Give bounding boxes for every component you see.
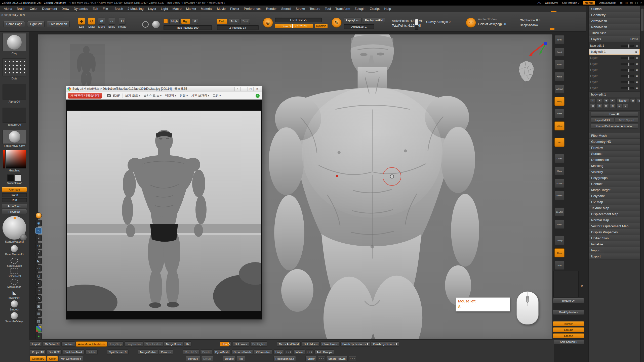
- layer-row[interactable]: Layer: [589, 55, 640, 61]
- bottom-button[interactable]: Resolution 552: [273, 356, 296, 361]
- layer-next-icon[interactable]: ▶: [610, 98, 615, 103]
- live-boolean-button[interactable]: Live Boolean: [47, 21, 70, 27]
- bottom-button[interactable]: Morph UV: [183, 349, 199, 355]
- palette-section[interactable]: FiberMesh: [589, 133, 640, 139]
- material-thumbnail[interactable]: [3, 130, 26, 144]
- fillobject-button[interactable]: FillObject: [2, 209, 27, 214]
- palette-section[interactable]: Contact: [589, 181, 640, 187]
- draw-size-slider[interactable]: Draw Size 77.02378: [275, 24, 313, 28]
- palette-section[interactable]: Thick Skin: [589, 30, 640, 36]
- layer-visibility-icon[interactable]: [635, 75, 639, 77]
- palette-section[interactable]: Subtool: [589, 6, 640, 12]
- accucurve-button[interactable]: AccuCurve: [2, 204, 27, 208]
- bake-all-button[interactable]: Bake All: [591, 112, 638, 117]
- list-icon[interactable]: ≡: [616, 104, 622, 108]
- bottom-button[interactable]: StoreMT: [186, 356, 200, 361]
- main-color-swatch[interactable]: [7, 174, 14, 181]
- home-page-button[interactable]: Home Page: [4, 21, 25, 27]
- list-icon-2[interactable]: ≡: [623, 104, 628, 108]
- clipboard-icon[interactable]: ▤: [35, 318, 42, 324]
- clip-icon[interactable]: ⊙: [35, 243, 42, 249]
- mrgb-button[interactable]: Mrgb: [169, 19, 180, 24]
- right-shelf-button[interactable]: Floor: [554, 109, 565, 118]
- rgb-intensity-slider[interactable]: Rgb Intensity 100: [164, 25, 212, 30]
- bottom-button[interactable]: Geometry: [30, 356, 46, 361]
- right-column-button[interactable]: Crease: [553, 333, 584, 338]
- bottom-button[interactable]: Groups Polish: [231, 349, 253, 355]
- scale-mode-button[interactable]: ▱ Scale: [108, 18, 115, 28]
- menu-item[interactable]: Texture: [307, 7, 323, 11]
- blur-slider[interactable]: Blur 0: [2, 193, 27, 197]
- right-shelf-button[interactable]: Scroll: [554, 48, 565, 57]
- undo-icon[interactable]: ↶: [35, 288, 42, 294]
- right-shelf-button[interactable]: Zoom3D: [554, 179, 565, 188]
- bottom-button[interactable]: Del Lower: [233, 341, 249, 347]
- swatch-icon[interactable]: ■: [35, 333, 42, 339]
- bottom-button[interactable]: Dist 0.02: [47, 349, 61, 355]
- menu-item[interactable]: Transform: [333, 7, 352, 11]
- layer-visibility-icon[interactable]: [635, 81, 639, 83]
- bottom-button[interactable]: Flip: [237, 356, 245, 361]
- viewer-photo-area[interactable]: [66, 100, 262, 320]
- rotate-mode-button[interactable]: ↻ Rotate: [118, 18, 126, 28]
- cursor-icon[interactable]: ↖: [35, 228, 42, 234]
- bottom-button[interactable]: Auto Groups: [314, 349, 334, 355]
- menu-item[interactable]: Preferences: [242, 7, 264, 11]
- palette-section[interactable]: NanoMesh: [589, 24, 640, 30]
- layer-intensity-slider[interactable]: [621, 63, 634, 65]
- bottom-button[interactable]: Min Connected f: [59, 356, 83, 361]
- menu-item[interactable]: Layer: [146, 7, 159, 11]
- menu-item[interactable]: Movie: [215, 7, 228, 11]
- layer-intensity-slider[interactable]: [621, 45, 634, 47]
- bottom-button[interactable]: Split Screen 0: [107, 349, 128, 355]
- monitor-icon[interactable]: ▢: [635, 1, 638, 5]
- right-tray-scrollbar[interactable]: [640, 6, 644, 362]
- right-column-button[interactable]: Border: [553, 321, 584, 326]
- bottom-button[interactable]: X Y Z: [318, 356, 325, 361]
- bottom-button[interactable]: Colorize: [159, 349, 173, 355]
- right-shelf-button[interactable]: Rotate: [554, 191, 565, 200]
- layout-icon[interactable]: ◫: [625, 1, 628, 5]
- layer-intensity-slider[interactable]: [621, 81, 634, 83]
- adjust-last-slider[interactable]: AdjustLast 1: [344, 24, 374, 29]
- palette-section[interactable]: Preview: [589, 145, 640, 151]
- palette-section[interactable]: Vector Displacement Map: [589, 223, 640, 229]
- menu-item[interactable]: Picker: [228, 7, 242, 11]
- menu-item[interactable]: Macro: [170, 7, 184, 11]
- mask-by-feature-button[interactable]: MaskByFeature: [553, 310, 584, 315]
- zscript-label[interactable]: DefaultZScript: [599, 1, 616, 4]
- fov-slider[interactable]: Field of view(deg) 30: [478, 22, 506, 26]
- color-picker[interactable]: [3, 150, 26, 168]
- bottom-button[interactable]: Smart ReSym: [326, 356, 347, 361]
- palette-section[interactable]: Import: [589, 247, 640, 253]
- saturation-square[interactable]: [6, 150, 26, 168]
- quicksave-button[interactable]: QuickSave: [545, 1, 558, 4]
- texture-on-button[interactable]: Texture On: [553, 298, 584, 303]
- bottom-button[interactable]: LazyStep: [108, 341, 124, 347]
- viewer-menu-item[interactable]: 책갈피: [165, 94, 176, 98]
- palette-icon[interactable]: ▦: [35, 326, 42, 332]
- split-layer-icon[interactable]: ▥: [597, 104, 602, 108]
- bottom-button[interactable]: X Y Z: [349, 356, 356, 361]
- bottom-button[interactable]: ProjectAll: [30, 349, 46, 355]
- palette-section[interactable]: Geometry HD: [589, 139, 640, 145]
- menu-item[interactable]: Zplugin: [352, 7, 368, 11]
- layer-row[interactable]: Layer: [589, 79, 640, 85]
- right-shelf-button[interactable]: Zoom: [554, 60, 565, 69]
- palette-section[interactable]: Polypaint: [589, 193, 640, 199]
- layer-row[interactable]: Layer: [589, 61, 640, 67]
- replay-icon[interactable]: ↻: [332, 18, 342, 28]
- image-viewer-window[interactable]: Body 사진 레퍼런스 > 26e1c1eef58ae9ab0122abd39…: [66, 86, 262, 320]
- right-shelf-button[interactable]: Transp: [554, 236, 565, 245]
- draw-size-icon[interactable]: ◎: [263, 18, 273, 28]
- gravity-strength-slider[interactable]: Gravity Strength 0: [426, 20, 451, 24]
- palette-section[interactable]: Masking: [589, 163, 640, 169]
- bottom-button[interactable]: Close Holes: [320, 341, 339, 347]
- bottom-button[interactable]: Delete: [86, 349, 98, 355]
- menu-item[interactable]: Render: [264, 7, 279, 11]
- eye-icon[interactable]: ◉: [35, 220, 42, 226]
- stroke-picker-icon[interactable]: [142, 21, 149, 28]
- hue-strip[interactable]: [3, 150, 5, 168]
- palette-section[interactable]: Morph Target: [589, 187, 640, 193]
- brush-thumbnail[interactable]: [3, 33, 26, 51]
